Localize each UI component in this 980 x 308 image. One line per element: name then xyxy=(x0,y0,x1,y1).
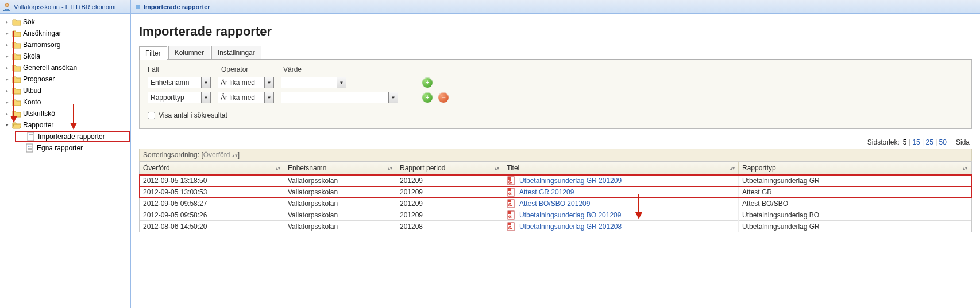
cell-type: Utbetalningsunderlag BO xyxy=(739,210,971,220)
sidebar-item-rapporter[interactable]: Rapporter xyxy=(0,119,130,131)
page-size-label: Sidstorlek: xyxy=(867,138,900,146)
table-row[interactable]: 2012-08-06 14:50:20Vallatorpsskolan20120… xyxy=(140,221,971,232)
report-link[interactable]: Utbetalningsunderlag BO 201209 xyxy=(519,211,621,219)
report-link[interactable]: Attest GR 201209 xyxy=(519,188,574,196)
cell-date: 2012-09-05 13:18:50 xyxy=(140,176,284,186)
column-header-date[interactable]: Överförd▴▾ xyxy=(140,162,284,174)
tab-filter[interactable]: Filter xyxy=(139,46,167,60)
sidebar-item-skola[interactable]: Skola xyxy=(0,50,130,62)
folder-closed-icon xyxy=(12,109,21,118)
filter-row-0: Enhetsnamn▼Är lika med▼▼+ xyxy=(148,77,963,88)
table-row[interactable]: 2012-09-05 09:58:26Vallatorpsskolan20120… xyxy=(140,209,971,221)
tab-inställningar[interactable]: Inställningar xyxy=(211,46,261,59)
chevron-down-icon[interactable]: ▼ xyxy=(201,92,210,103)
sidebar-item-sök[interactable]: Sök xyxy=(0,16,130,28)
expand-arrow-icon[interactable] xyxy=(3,53,10,60)
column-header-title[interactable]: Titel▴▾ xyxy=(503,162,739,174)
page-size-option-25[interactable]: 25 xyxy=(925,138,933,146)
remove-filter-button[interactable]: − xyxy=(438,92,449,103)
report-link[interactable]: Attest BO/SBO 201209 xyxy=(519,200,590,208)
column-header-type[interactable]: Rapporttyp▴▾ xyxy=(739,162,971,174)
folder-closed-icon xyxy=(12,63,21,72)
expand-arrow-icon[interactable] xyxy=(3,64,10,71)
chevron-down-icon[interactable]: ▼ xyxy=(201,77,210,88)
pdf-icon xyxy=(507,222,516,231)
sort-icon: ▴▾ xyxy=(495,166,499,171)
paging-row: Sidstorlek: 5 | 15 | 25 | 50 Sida xyxy=(139,138,972,149)
expand-arrow-icon[interactable] xyxy=(3,41,10,48)
expand-arrow-icon[interactable] xyxy=(3,76,10,83)
user-icon xyxy=(2,2,11,11)
cell-date: 2012-09-05 13:03:53 xyxy=(140,187,284,197)
breadcrumb-dot-icon xyxy=(136,5,140,9)
report-link[interactable]: Utbetalningsunderlag GR 201208 xyxy=(519,223,622,231)
filter-operator-select[interactable]: Är lika med▼ xyxy=(218,77,274,88)
cell-unit: Vallatorpsskolan xyxy=(284,176,396,186)
column-header-unit[interactable]: Enhetsnamn▴▾ xyxy=(284,162,396,174)
sidebar-item-label: Generell ansökan xyxy=(23,64,77,72)
cell-title: Utbetalningsunderlag GR 201208 xyxy=(503,221,739,232)
cell-title: Attest BO/SBO 201209 xyxy=(503,198,739,209)
cell-title: Utbetalningsunderlag BO 201209 xyxy=(503,209,739,221)
sidebar-leaf-label: Importerade rapporter xyxy=(38,132,105,141)
folder-closed-icon xyxy=(12,29,21,38)
sidebar-item-label: Skola xyxy=(23,52,40,60)
cell-title: Utbetalningsunderlag GR 201209 xyxy=(503,175,739,186)
breadcrumb-text: Importerade rapporter xyxy=(144,3,210,10)
chevron-down-icon[interactable]: ▼ xyxy=(264,77,273,88)
sidebar-item-generell-ansökan[interactable]: Generell ansökan xyxy=(0,62,130,73)
cell-type: Attest GR xyxy=(739,187,971,197)
table-row[interactable]: 2012-09-05 09:58:27Vallatorpsskolan20120… xyxy=(140,198,971,209)
chevron-down-icon[interactable]: ▼ xyxy=(264,92,273,103)
sidebar-item-label: Rapporter xyxy=(23,121,53,129)
table-row[interactable]: 2012-09-05 13:18:50Vallatorpsskolan20120… xyxy=(140,175,971,186)
sidebar-item-konto[interactable]: Konto xyxy=(0,96,130,108)
show-count-checkbox[interactable] xyxy=(148,112,155,119)
filter-value-field[interactable] xyxy=(281,92,388,103)
column-header-period[interactable]: Rapport period▴▾ xyxy=(396,162,503,174)
filter-value-input[interactable]: ▼ xyxy=(281,77,346,88)
table-row[interactable]: 2012-09-05 13:03:53Vallatorpsskolan20120… xyxy=(140,186,971,198)
add-filter-button[interactable]: + xyxy=(422,77,433,88)
sort-chip[interactable]: Överförd ▴▾ xyxy=(203,151,238,159)
cell-unit: Vallatorpsskolan xyxy=(284,210,396,220)
folder-open-icon xyxy=(12,120,21,130)
filter-field-select[interactable]: Enhetsnamn▼ xyxy=(148,77,211,88)
tab-kolumner[interactable]: Kolumner xyxy=(168,46,210,59)
filter-value-input[interactable]: ▼ xyxy=(281,92,398,103)
folder-closed-icon xyxy=(12,86,21,95)
report-link[interactable]: Utbetalningsunderlag GR 201209 xyxy=(519,177,622,185)
filter-field-select[interactable]: Rapporttyp▼ xyxy=(148,92,211,103)
expand-arrow-icon[interactable] xyxy=(3,122,10,128)
filter-value-field[interactable] xyxy=(281,77,337,88)
sort-icon: ▴▾ xyxy=(963,166,967,171)
sidebar-leaf-importerade-rapporter[interactable]: Importerade rapporter xyxy=(15,131,130,142)
sidebar-header: Vallatorpsskolan - FTH+BR ekonomi xyxy=(0,0,130,14)
expand-arrow-icon[interactable] xyxy=(3,18,10,25)
chevron-down-icon[interactable]: ▼ xyxy=(337,77,346,88)
expand-arrow-icon[interactable] xyxy=(3,30,10,37)
chevron-down-icon[interactable]: ▼ xyxy=(388,92,398,103)
sidebar-item-prognoser[interactable]: Prognoser xyxy=(0,73,130,85)
filter-head-operator: Operator xyxy=(221,65,283,73)
page-size-option-50[interactable]: 50 xyxy=(939,138,947,146)
sidebar: Vallatorpsskolan - FTH+BR ekonomi SökAns… xyxy=(0,0,131,308)
filter-row-1: Rapporttyp▼Är lika med▼▼+− xyxy=(148,92,963,103)
expand-arrow-icon[interactable] xyxy=(3,99,10,106)
sidebar-leaf-egna-rapporter[interactable]: Egna rapporter xyxy=(15,142,130,154)
folder-closed-icon xyxy=(12,98,21,107)
page-size-option-15[interactable]: 15 xyxy=(912,138,920,146)
sidebar-item-utskriftskö[interactable]: Utskriftskö xyxy=(0,108,130,119)
cell-unit: Vallatorpsskolan xyxy=(284,221,396,232)
sidebar-item-barnomsorg[interactable]: Barnomsorg xyxy=(0,39,130,50)
filter-operator-select[interactable]: Är lika med▼ xyxy=(218,92,274,103)
expand-arrow-icon[interactable] xyxy=(3,110,10,117)
sidebar-item-utbud[interactable]: Utbud xyxy=(0,85,130,96)
add-filter-button[interactable]: + xyxy=(422,92,433,103)
sidebar-title: Vallatorpsskolan - FTH+BR ekonomi xyxy=(14,3,115,10)
sidebar-item-ansökningar[interactable]: Ansökningar xyxy=(0,28,130,39)
expand-arrow-icon[interactable] xyxy=(3,87,10,94)
cell-unit: Vallatorpsskolan xyxy=(284,198,396,209)
show-count-label: Visa antal i sökresultat xyxy=(159,111,227,119)
grid-header: Överförd▴▾Enhetsnamn▴▾Rapport period▴▾Ti… xyxy=(140,161,971,175)
